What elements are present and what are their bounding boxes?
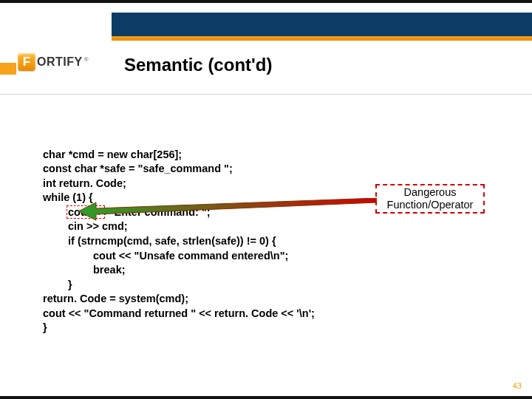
bottom-nav-strip — [0, 396, 532, 399]
header-band-blue — [112, 13, 532, 36]
top-nav-strip — [0, 0, 532, 3]
code-line: } — [43, 278, 72, 293]
code-line: int return. Code; — [43, 177, 126, 189]
code-line: return. Code = system(cmd); — [43, 293, 188, 304]
slide: F ORTIFY® Semantic (cont'd) char *cmd = … — [0, 0, 532, 399]
code-block: char *cmd = new char[256]; const char *s… — [43, 133, 315, 335]
code-line: if (strncmp(cmd, safe, strlen(safe)) != … — [43, 234, 276, 249]
annotation-label: Dangerous Function/Operator — [387, 186, 474, 211]
page-title: Semantic (cont'd) — [124, 55, 272, 75]
logo-accent-strip — [0, 63, 16, 75]
header-band-orange — [112, 36, 532, 41]
page-number: 43 — [513, 381, 522, 390]
logo-text-rest: ORTIFY — [37, 55, 83, 68]
code-line: while (1) { — [43, 191, 93, 203]
code-line: break; — [43, 263, 126, 278]
code-line: const char *safe = "safe_command "; — [43, 163, 233, 174]
horizontal-divider — [0, 94, 532, 95]
logo-badge: F — [18, 53, 35, 71]
logo-text: ORTIFY® — [37, 55, 89, 69]
annotation-box: Dangerous Function/Operator — [375, 184, 485, 214]
code-line: } — [43, 321, 47, 333]
logo-inner: F ORTIFY® — [16, 53, 89, 71]
logo: F ORTIFY® — [16, 49, 112, 75]
code-line: cout << "Unsafe command entered\n"; — [43, 249, 288, 264]
logo-registered: ® — [84, 56, 89, 63]
code-line: cout << "Enter command: "; — [43, 205, 211, 220]
code-line: cin >> cmd; — [43, 219, 128, 234]
code-line: cout << "Command returned " << return. C… — [43, 307, 315, 319]
code-line: char *cmd = new char[256]; — [43, 149, 182, 160]
